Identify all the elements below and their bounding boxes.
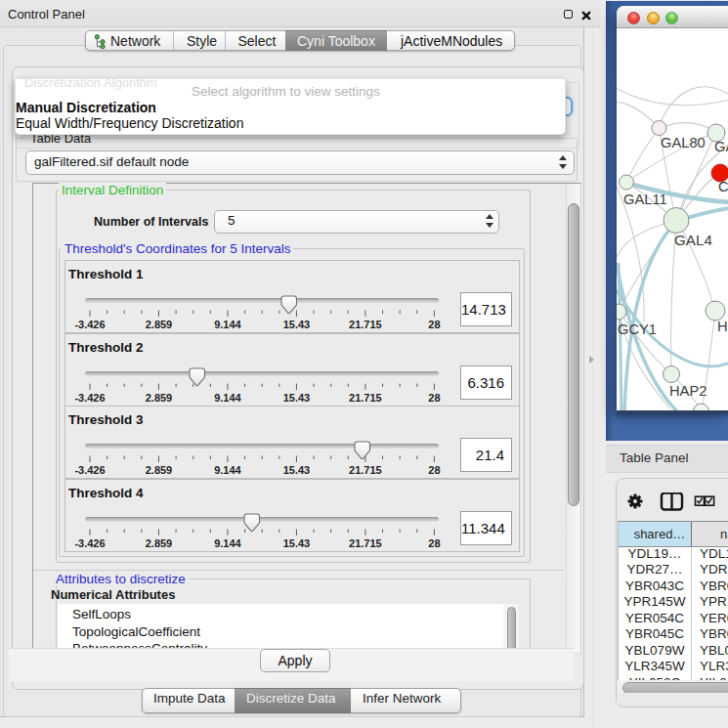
svg-text:GAL80: GAL80 bbox=[661, 135, 706, 150]
svg-text:C: C bbox=[718, 179, 728, 194]
svg-text:GCY1: GCY1 bbox=[618, 321, 657, 337]
svg-text:GAL4: GAL4 bbox=[674, 232, 712, 248]
svg-text:HAP2: HAP2 bbox=[669, 383, 707, 399]
svg-text:GAL11: GAL11 bbox=[623, 192, 667, 207]
svg-text:GA: GA bbox=[714, 139, 728, 154]
svg-text:H: H bbox=[717, 319, 728, 334]
